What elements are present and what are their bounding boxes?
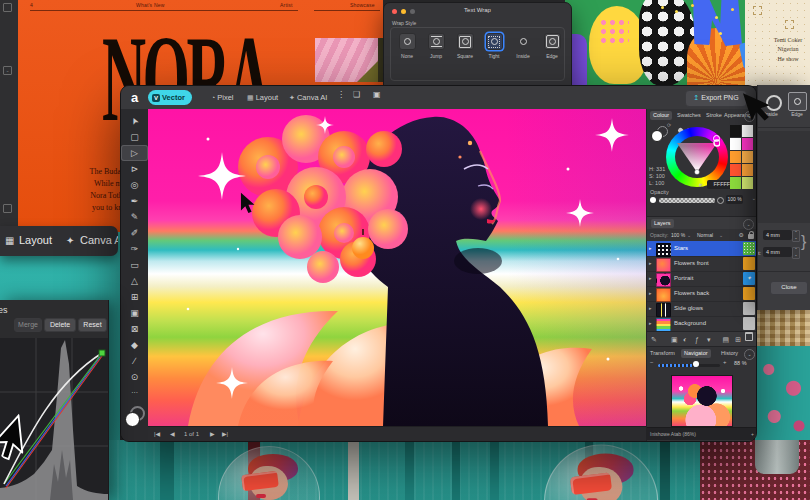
navigator-thumbnail[interactable] — [671, 375, 733, 427]
tab-layout[interactable]: ▦Layout — [247, 90, 278, 105]
layer-colour-chip[interactable] — [743, 317, 755, 330]
opacity-chevron-icon[interactable]: ⌄ — [752, 195, 756, 201]
layer-colour-chip[interactable] — [743, 302, 755, 315]
wrap-option-square[interactable]: Square — [451, 33, 479, 59]
tab-canva-ai[interactable]: Canva AI — [80, 234, 118, 246]
zoom-out-button[interactable]: − — [650, 359, 654, 365]
tab-transform[interactable]: Transform — [650, 349, 675, 358]
tab-history[interactable]: History — [721, 349, 738, 358]
swatch[interactable] — [730, 138, 741, 150]
layer-row-flowers-back[interactable]: ▸ Flowers back — [647, 286, 757, 302]
swatch[interactable] — [742, 138, 753, 150]
saturation-triangle[interactable] — [674, 139, 720, 175]
layer-row-portrait[interactable]: ▸ Portrait ✦ — [647, 271, 757, 287]
stepper-control[interactable]: ⌃⌄ — [792, 230, 800, 242]
opacity-slider[interactable] — [659, 198, 715, 203]
wrap-option-jump[interactable]: Jump — [422, 33, 450, 59]
layer-row-background[interactable]: ▸ Background — [647, 316, 757, 332]
opacity-value[interactable]: 100 % — [726, 195, 743, 204]
tab-layout[interactable]: Layout — [19, 234, 52, 246]
wrap-edge-icon[interactable] — [788, 92, 807, 111]
link-values-brace[interactable]: } — [801, 233, 806, 251]
tab-navigator-selected[interactable]: Navigator — [681, 349, 711, 358]
more-menu-icon[interactable]: ⋮ — [337, 90, 345, 99]
frame-tool[interactable]: ▣ — [121, 305, 148, 321]
delete-layer-icon[interactable] — [745, 332, 753, 341]
layers-title[interactable]: Layers — [651, 219, 674, 228]
swatch[interactable] — [742, 164, 753, 176]
close-button[interactable]: Close — [770, 281, 808, 295]
hue-marker[interactable] — [713, 135, 720, 142]
stepper-control[interactable]: ⌃⌄ — [792, 247, 800, 259]
expand-chevron-icon[interactable]: ▸ — [649, 275, 652, 281]
layer-row-flowers-front[interactable]: ▸ Flowers front — [647, 256, 757, 272]
pen-tool[interactable]: ✒ — [121, 193, 148, 209]
gradient-tool[interactable]: ◆ — [121, 337, 148, 353]
vector-brush-tool[interactable]: ✐ — [121, 225, 148, 241]
first-page-button[interactable]: |◀ — [154, 427, 160, 441]
rectangle-tool[interactable]: ▭ — [121, 257, 148, 273]
marquee-tool[interactable]: ▢ — [121, 129, 148, 145]
delete-button[interactable]: Delete — [44, 318, 76, 332]
distance-right-input[interactable]: 4 mm — [763, 247, 792, 257]
tab-canva-ai[interactable]: ✦Canva AI — [289, 90, 327, 105]
swatch[interactable] — [730, 177, 741, 189]
expand-chevron-icon[interactable]: ▸ — [649, 245, 652, 251]
mesh-tool[interactable]: ⊞ — [121, 289, 148, 305]
expand-chevron-icon[interactable]: ▸ — [649, 320, 652, 326]
add-viewpoint-icon[interactable]: + — [751, 428, 754, 440]
tab-swatches[interactable]: Swatches — [677, 111, 701, 120]
layers-menu-chevron-icon[interactable]: ⌄ — [743, 219, 754, 230]
zoom-value[interactable]: 88 % — [734, 360, 747, 366]
layer-colour-chip[interactable]: ✦ — [743, 272, 755, 285]
prev-page-button[interactable]: ◀ — [170, 427, 175, 441]
swatch[interactable] — [730, 164, 741, 176]
zoom-tool[interactable]: ⊙ — [121, 369, 148, 385]
tab-stroke[interactable]: Stroke — [706, 111, 722, 120]
crop-tool[interactable]: ⊠ — [121, 321, 148, 337]
layer-opacity-value[interactable]: 100 % — [671, 232, 685, 238]
swatch[interactable] — [742, 177, 753, 189]
opacity-chevron-icon[interactable]: ⌄ — [687, 232, 691, 238]
wrap-option-tight-selected[interactable]: Tight — [480, 33, 508, 59]
layer-colour-chip[interactable] — [743, 287, 755, 300]
fill-swatch[interactable] — [651, 130, 663, 142]
blend-mode-select[interactable]: Normal — [697, 232, 713, 238]
zoom-slider-knob[interactable] — [693, 361, 699, 367]
fill-colour-well[interactable] — [125, 412, 140, 427]
eyedropper-tool[interactable]: ∕ — [121, 353, 148, 369]
expand-chevron-icon[interactable]: ▸ — [649, 260, 652, 266]
layer-row-stars[interactable]: ▸ Stars — [647, 241, 757, 257]
blend-chevron-icon[interactable]: ⌄ — [719, 232, 723, 238]
document-canvas[interactable] — [148, 109, 646, 426]
artboard-frame-icon[interactable]: ▣ — [373, 90, 381, 99]
tab-colour-selected[interactable]: Colour — [650, 111, 672, 120]
move-tool[interactable]: ➤ — [121, 113, 148, 129]
more-tools-icon[interactable]: ⋯ — [121, 385, 148, 401]
corner-tool[interactable]: ◎ — [121, 177, 148, 193]
layer-colour-chip[interactable] — [743, 242, 755, 255]
pencil-tool[interactable]: ✎ — [121, 209, 148, 225]
zoom-in-button[interactable]: + — [723, 359, 727, 365]
wrap-option-edge[interactable]: Edge — [538, 33, 566, 59]
swatch[interactable] — [730, 125, 741, 137]
tab-vector-selected[interactable]: VVector — [148, 90, 192, 105]
shape-tool[interactable]: △ — [121, 273, 148, 289]
reset-button[interactable]: Reset — [78, 318, 107, 332]
contour-tool[interactable]: ⊳ — [121, 161, 148, 177]
tab-pixel[interactable]: ◔Pixel — [211, 90, 234, 105]
lock-icon[interactable] — [748, 234, 754, 239]
swatch[interactable] — [742, 151, 753, 163]
wrap-option-inside[interactable]: Inside — [509, 33, 537, 59]
export-png-button[interactable]: ↥Export PNG — [685, 90, 747, 107]
swatch[interactable] — [742, 125, 753, 137]
swatchbook-icon[interactable]: ❏ — [353, 90, 360, 99]
navigator-menu-chevron-icon[interactable]: ⌄ — [744, 349, 755, 360]
opacity-knob[interactable] — [650, 197, 656, 203]
swatch[interactable] — [730, 151, 741, 163]
layer-colour-chip[interactable] — [743, 257, 755, 270]
distance-left-input[interactable]: 4 mm — [763, 230, 792, 240]
merge-button[interactable]: Merge — [14, 318, 42, 332]
paint-brush-tool[interactable]: ✑ — [121, 241, 148, 257]
expand-chevron-icon[interactable]: ▸ — [649, 305, 652, 311]
